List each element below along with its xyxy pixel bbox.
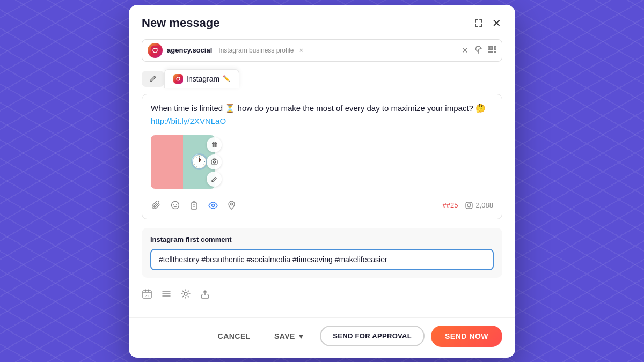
svg-rect-8	[491, 48, 493, 50]
close-button[interactable]: ✕	[491, 16, 502, 31]
pencil-icon	[149, 75, 157, 83]
send-now-button[interactable]: SEND NOW	[431, 326, 502, 347]
svg-point-26	[467, 204, 471, 207]
tabs-row: Instagram ✏️	[142, 69, 502, 88]
first-comment-section: Instagram first comment	[142, 228, 502, 278]
header-icon-group: ✕	[473, 16, 502, 31]
calendar-icon: 31	[142, 289, 152, 299]
attachment-button[interactable]	[151, 200, 162, 211]
account-type: Instagram business profile	[218, 47, 294, 54]
image-left-half	[151, 135, 183, 189]
svg-rect-10	[488, 51, 491, 53]
svg-point-19	[176, 204, 177, 205]
svg-rect-12	[494, 51, 496, 53]
tab-instagram-label: Instagram	[186, 75, 219, 83]
insta-count: 2,088	[465, 201, 493, 209]
upload-button[interactable]	[200, 289, 210, 299]
expand-button[interactable]	[473, 17, 485, 29]
svg-point-27	[471, 203, 472, 204]
eye-icon	[208, 201, 218, 210]
svg-text:31: 31	[145, 294, 149, 298]
instagram-tab-icon	[173, 74, 183, 84]
tab-instagram-edit-icon: ✏️	[223, 75, 230, 82]
svg-rect-11	[491, 51, 493, 53]
svg-point-16	[213, 161, 215, 163]
compose-text-before: When time is limited ⏳ how do you make t…	[151, 104, 486, 113]
location-icon	[228, 201, 236, 210]
account-grid-button[interactable]	[488, 45, 496, 55]
char-count: ##25	[443, 201, 458, 209]
tab-instagram[interactable]: Instagram ✏️	[164, 69, 239, 88]
image-preview: 🕐	[151, 135, 215, 189]
svg-rect-7	[488, 48, 491, 50]
compose-text: When time is limited ⏳ how do you make t…	[151, 102, 493, 128]
insta-count-value: 2,088	[475, 201, 493, 209]
first-comment-input[interactable]	[150, 249, 494, 270]
location-button[interactable]	[226, 200, 237, 211]
bottom-toolbar: 31	[142, 286, 502, 307]
svg-rect-5	[491, 46, 493, 48]
svg-point-14	[179, 77, 180, 78]
account-clear-button[interactable]: ✕	[462, 46, 469, 55]
compose-area[interactable]: When time is limited ⏳ how do you make t…	[142, 94, 502, 219]
account-pin-button[interactable]	[474, 45, 482, 55]
svg-rect-25	[466, 202, 472, 209]
instagram-count-icon	[465, 202, 473, 209]
preview-eye-button[interactable]	[207, 200, 219, 211]
svg-point-17	[172, 202, 179, 209]
modal-header: New message ✕	[129, 5, 515, 39]
image-overlay-buttons: 🗑	[207, 137, 222, 187]
clipboard-icon	[189, 201, 199, 210]
svg-point-36	[184, 292, 187, 295]
settings-button[interactable]	[180, 289, 191, 299]
clipboard-button[interactable]	[188, 200, 200, 211]
svg-rect-6	[494, 46, 496, 48]
svg-rect-9	[494, 48, 496, 50]
account-row-actions: ✕	[462, 45, 496, 55]
image-preview-container: 🕐 🗑	[151, 135, 215, 189]
svg-point-18	[173, 204, 174, 205]
image-delete-button[interactable]: 🗑	[207, 137, 222, 152]
account-name: agency.social	[167, 46, 212, 54]
paperclip-icon	[152, 201, 161, 210]
modal-footer: CANCEL SAVE ▼ SEND FOR APPROVAL SEND NOW	[129, 317, 515, 358]
account-tag-close[interactable]: ×	[299, 46, 303, 54]
cancel-button[interactable]: CANCEL	[209, 327, 259, 346]
image-camera-button[interactable]	[207, 154, 222, 169]
first-comment-label: Instagram first comment	[150, 235, 494, 243]
save-dropdown-icon: ▼	[297, 332, 305, 341]
list-button[interactable]	[161, 289, 172, 299]
account-avatar	[148, 43, 163, 58]
tab-edit[interactable]	[142, 71, 164, 87]
upload-icon	[200, 289, 210, 299]
list-icon	[161, 289, 172, 299]
compose-link[interactable]: http://bit.ly/2XVNLaO	[151, 116, 226, 125]
modal-title: New message	[142, 16, 220, 30]
save-button[interactable]: SAVE ▼	[266, 327, 313, 346]
pin-icon	[474, 45, 482, 54]
settings-icon	[180, 289, 191, 299]
svg-point-23	[212, 204, 215, 206]
image-edit-button[interactable]	[207, 172, 222, 187]
save-label: SAVE	[274, 332, 295, 341]
emoji-button[interactable]	[170, 200, 181, 211]
svg-rect-0	[151, 46, 159, 55]
grid-icon	[488, 45, 496, 54]
new-message-modal: New message ✕	[129, 5, 515, 358]
modal-body: agency.social Instagram business profile…	[129, 39, 515, 317]
schedule-button[interactable]: 31	[142, 289, 152, 299]
send-for-approval-button[interactable]: SEND FOR APPROVAL	[320, 326, 425, 346]
svg-point-2	[157, 48, 158, 49]
emoji-icon	[171, 201, 180, 210]
svg-point-24	[231, 203, 233, 205]
expand-icon	[474, 18, 484, 28]
clock-emoji: 🕐	[190, 153, 209, 171]
account-selector: agency.social Instagram business profile…	[142, 39, 502, 62]
compose-toolbar: ##25 2,088	[151, 200, 493, 211]
svg-rect-4	[488, 46, 491, 48]
svg-rect-20	[191, 203, 197, 209]
